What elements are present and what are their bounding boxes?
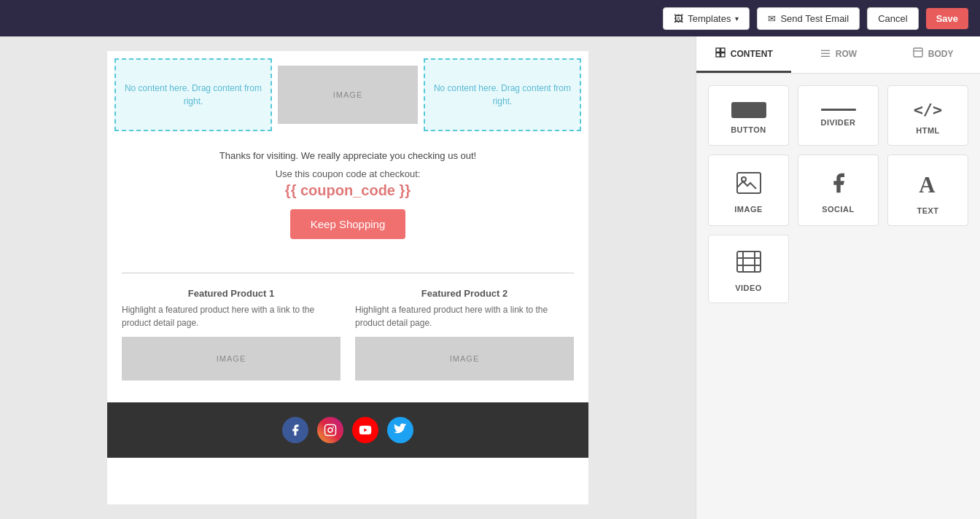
panel-tabs: CONTENT ROW BODY bbox=[696, 36, 980, 74]
svg-rect-11 bbox=[914, 48, 922, 57]
canvas-area: No content here. Drag content from right… bbox=[0, 36, 696, 519]
coupon-label: Use this coupon code at checkout: bbox=[129, 168, 567, 179]
featured-product-2-title: Featured Product 2 bbox=[355, 288, 574, 299]
chevron-down-icon: ▾ bbox=[735, 15, 739, 23]
text-label: TEXT bbox=[917, 206, 938, 215]
image-icon: 🖼 bbox=[674, 13, 683, 24]
html-icon: </> bbox=[914, 101, 943, 119]
content-item-image[interactable]: IMAGE bbox=[708, 155, 789, 226]
divider-label: DIVIDER bbox=[820, 118, 855, 127]
tab-body[interactable]: BODY bbox=[885, 36, 980, 73]
save-button[interactable]: Save bbox=[926, 8, 968, 29]
content-item-html[interactable]: </> HTML bbox=[887, 85, 968, 146]
row-tab-icon bbox=[820, 47, 831, 61]
divider-icon bbox=[821, 109, 856, 111]
featured-product-2-image: IMAGE bbox=[355, 337, 574, 381]
featured-product-1-title: Featured Product 1 bbox=[122, 288, 341, 299]
coupon-code: {{ coupon_code }} bbox=[129, 182, 567, 199]
facebook-icon[interactable] bbox=[282, 417, 308, 443]
text-icon: A bbox=[917, 170, 940, 199]
svg-rect-4 bbox=[716, 48, 720, 52]
svg-rect-16 bbox=[737, 251, 761, 272]
visit-text: Thanks for visiting. We really appreciat… bbox=[129, 150, 567, 161]
templates-button[interactable]: 🖼 Templates ▾ bbox=[663, 7, 750, 30]
send-test-email-button[interactable]: ✉ Send Test Email bbox=[757, 7, 860, 30]
social-label: SOCIAL bbox=[822, 205, 855, 214]
svg-point-1 bbox=[328, 428, 332, 432]
content-item-video[interactable]: VIDEO bbox=[708, 235, 789, 303]
templates-label: Templates bbox=[688, 13, 731, 24]
email-footer bbox=[107, 402, 588, 458]
html-label: HTML bbox=[916, 126, 940, 135]
tab-row[interactable]: ROW bbox=[791, 36, 886, 73]
tab-content-label: CONTENT bbox=[731, 49, 773, 59]
button-label: BUTTON bbox=[731, 125, 766, 134]
header: 🖼 Templates ▾ ✉ Send Test Email Cancel S… bbox=[0, 0, 980, 36]
cancel-label: Cancel bbox=[878, 13, 907, 24]
featured-product-1-image: IMAGE bbox=[122, 337, 341, 381]
three-col-row: No content here. Drag content from right… bbox=[107, 51, 588, 138]
drop-zone-left[interactable]: No content here. Drag content from right… bbox=[114, 58, 272, 131]
center-image-placeholder: IMAGE bbox=[278, 66, 418, 124]
body-tab-icon bbox=[912, 47, 924, 61]
video-icon bbox=[736, 250, 762, 276]
tab-body-label: BODY bbox=[928, 49, 954, 59]
image-content-icon bbox=[736, 171, 762, 198]
svg-rect-0 bbox=[325, 425, 336, 436]
main-layout: No content here. Drag content from right… bbox=[0, 36, 980, 519]
keep-shopping-button[interactable]: Keep Shopping bbox=[290, 209, 406, 239]
email-body: Thanks for visiting. We really appreciat… bbox=[107, 138, 588, 265]
save-label: Save bbox=[936, 13, 958, 24]
svg-point-14 bbox=[742, 177, 746, 182]
button-icon bbox=[731, 102, 766, 118]
image-label: IMAGE bbox=[734, 205, 763, 214]
content-item-divider[interactable]: DIVIDER bbox=[798, 85, 879, 146]
youtube-icon[interactable] bbox=[352, 417, 378, 443]
send-test-label: Send Test Email bbox=[780, 13, 849, 24]
svg-rect-6 bbox=[716, 53, 720, 57]
svg-rect-7 bbox=[720, 53, 724, 57]
tab-row-label: ROW bbox=[836, 49, 857, 59]
instagram-icon[interactable] bbox=[317, 417, 343, 443]
featured-product-2-desc: Highlight a featured product here with a… bbox=[355, 303, 574, 329]
content-item-social[interactable]: SOCIAL bbox=[798, 155, 879, 226]
email-icon: ✉ bbox=[768, 13, 776, 24]
right-panel: CONTENT ROW BODY BUTTON bbox=[696, 36, 980, 519]
section-divider bbox=[122, 273, 574, 273]
content-tab-icon bbox=[715, 47, 726, 61]
social-icon-content bbox=[827, 171, 850, 198]
svg-point-2 bbox=[332, 426, 334, 428]
content-item-text[interactable]: A TEXT bbox=[887, 155, 968, 226]
email-canvas: No content here. Drag content from right… bbox=[107, 51, 588, 504]
featured-product-1-desc: Highlight a featured product here with a… bbox=[122, 303, 341, 329]
featured-product-2: Featured Product 2 Highlight a featured … bbox=[348, 288, 581, 388]
video-label: VIDEO bbox=[735, 284, 762, 292]
content-grid: BUTTON DIVIDER </> HTML bbox=[696, 74, 980, 315]
drop-zone-right[interactable]: No content here. Drag content from right… bbox=[424, 58, 581, 131]
svg-rect-5 bbox=[720, 48, 724, 52]
cancel-button[interactable]: Cancel bbox=[867, 7, 918, 30]
tab-content[interactable]: CONTENT bbox=[696, 36, 791, 73]
twitter-icon[interactable] bbox=[387, 417, 413, 443]
featured-products: Featured Product 1 Highlight a featured … bbox=[107, 288, 588, 388]
featured-product-1: Featured Product 1 Highlight a featured … bbox=[114, 288, 348, 388]
svg-text:A: A bbox=[919, 173, 936, 196]
content-item-button[interactable]: BUTTON bbox=[708, 85, 789, 146]
